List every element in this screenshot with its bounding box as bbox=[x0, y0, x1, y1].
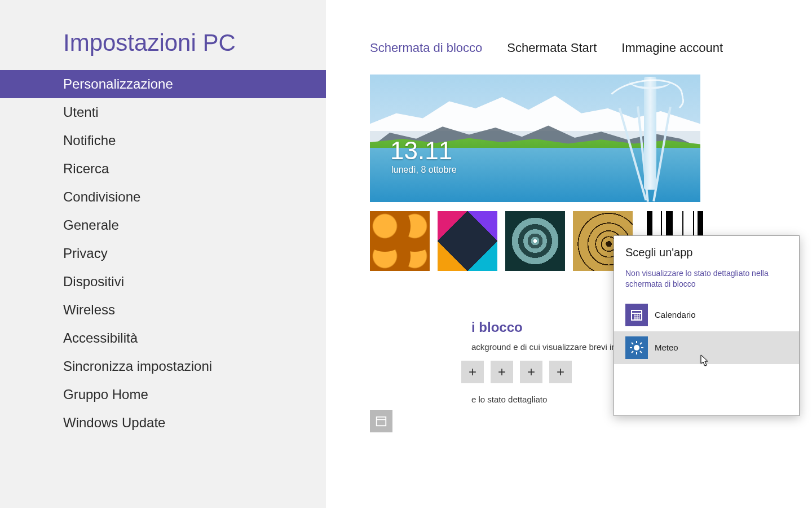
nav-item-privacy[interactable]: Privacy bbox=[0, 239, 326, 268]
app-option-calendario[interactable]: Calendario bbox=[614, 299, 799, 331]
quick-status-slot[interactable]: + bbox=[520, 361, 542, 383]
page-title: Impostazioni PC bbox=[0, 0, 326, 70]
nav-item-condivisione[interactable]: Condivisione bbox=[0, 183, 326, 211]
nav-item-gruppo-home[interactable]: Gruppo Home bbox=[0, 380, 326, 409]
tab-account-picture[interactable]: Immagine account bbox=[621, 41, 723, 55]
personalization-tabs: Schermata di blocco Schermata Start Imma… bbox=[370, 41, 812, 55]
settings-sidebar: Impostazioni PC Personalizzazione Utenti… bbox=[0, 0, 326, 508]
calendar-icon bbox=[625, 304, 648, 326]
choose-app-popup: Scegli un'app Non visualizzare lo stato … bbox=[614, 235, 800, 416]
nav-item-accessibilita[interactable]: Accessibilità bbox=[0, 324, 326, 352]
tab-lock-screen[interactable]: Schermata di blocco bbox=[370, 41, 482, 55]
calendar-icon bbox=[375, 415, 387, 427]
svg-line-24 bbox=[632, 351, 633, 353]
popup-title: Scegli un'app bbox=[625, 246, 788, 259]
nav-item-dispositivi[interactable]: Dispositivi bbox=[0, 268, 326, 296]
settings-nav-list: Personalizzazione Utenti Notifiche Ricer… bbox=[0, 70, 326, 437]
app-option-label: Calendario bbox=[655, 310, 696, 319]
thumb-triangles[interactable] bbox=[438, 211, 497, 271]
quick-status-slot[interactable]: + bbox=[461, 361, 484, 383]
nav-item-wireless[interactable]: Wireless bbox=[0, 296, 326, 324]
svg-line-21 bbox=[632, 343, 633, 344]
nav-item-notifiche[interactable]: Notifiche bbox=[0, 126, 326, 155]
svg-line-22 bbox=[640, 351, 642, 353]
thumb-tunnel[interactable] bbox=[505, 211, 565, 271]
nav-item-personalizzazione[interactable]: Personalizzazione bbox=[0, 70, 326, 98]
tab-start-screen[interactable]: Schermata Start bbox=[507, 41, 597, 55]
svg-rect-0 bbox=[377, 417, 386, 426]
nav-item-utenti[interactable]: Utenti bbox=[0, 98, 326, 126]
weather-icon bbox=[625, 336, 648, 359]
nav-item-sincronizza[interactable]: Sincronizza impostazioni bbox=[0, 352, 326, 380]
svg-line-23 bbox=[640, 343, 642, 344]
main-content: Schermata di blocco Schermata Start Imma… bbox=[326, 0, 812, 508]
svg-point-16 bbox=[634, 345, 639, 351]
detailed-status-slot[interactable] bbox=[370, 410, 392, 432]
app-option-label: Meteo bbox=[655, 343, 678, 352]
nav-item-generale[interactable]: Generale bbox=[0, 211, 326, 239]
lockscreen-time: 13.11 bbox=[390, 137, 452, 165]
nav-item-windows-update[interactable]: Windows Update bbox=[0, 409, 326, 437]
quick-status-slot[interactable]: + bbox=[549, 361, 572, 383]
lockscreen-preview[interactable]: 13.11 lunedì, 8 ottobre bbox=[370, 75, 700, 202]
popup-disable-option[interactable]: Non visualizzare lo stato dettagliato ne… bbox=[625, 268, 788, 290]
lockscreen-date: lunedì, 8 ottobre bbox=[391, 165, 457, 175]
nav-item-ricerca[interactable]: Ricerca bbox=[0, 155, 326, 183]
thumb-honeycomb[interactable] bbox=[370, 211, 430, 271]
quick-status-slot[interactable]: + bbox=[491, 361, 513, 383]
app-option-meteo[interactable]: Meteo bbox=[614, 331, 799, 364]
